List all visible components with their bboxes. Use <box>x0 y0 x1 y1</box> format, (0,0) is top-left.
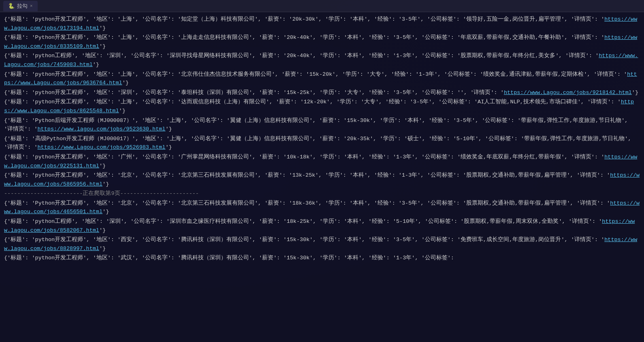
terminal-line: {'标题': 'python开发工程师', '地区': '上海', '公司名字'… <box>4 97 640 115</box>
job-link[interactable]: https://www.Lagou.com/jobs/8625548.html <box>4 99 634 114</box>
job-link[interactable]: https://www.lagou.com/jobs/9173194.html <box>4 16 637 31</box>
terminal-line: {'标题': 'python开发工程师', '地区': '武汉', '公司名字'… <box>4 253 640 263</box>
tab-icon: 🐍 <box>8 3 15 9</box>
job-link[interactable]: https://www.lagou.com/jobs/9225131.html <box>4 154 637 169</box>
job-link[interactable]: https://www.lagou.com/jobs/4656501.html <box>4 200 640 215</box>
terminal-line: {'标题': '高级Python开发工程师（MJ000017）', '地区': … <box>4 134 640 152</box>
job-link[interactable]: https://www.Lagou.com/jobs/9636764.html <box>4 71 637 86</box>
terminal-line: {'标题': 'python开发工程师', '地区': '上海', '公司名字'… <box>4 15 640 33</box>
terminal-line: {'标题': 'python工程师', '地区': '深圳', '公司名字': … <box>4 51 640 69</box>
terminal-line: {'标题': 'python开发工程师', '地区': '深圳', '公司名字'… <box>4 88 640 98</box>
job-link[interactable]: https://www.lagou.com/jobs/5865956.html <box>4 172 640 187</box>
terminal-line: {'标题': 'python开发工程师', '地区': '北京', '公司名字'… <box>4 171 640 189</box>
terminal-tab[interactable]: 🐍 拉勾 × <box>3 1 38 11</box>
terminal-line: {'标题': 'Python后端开发工程师（MJ000087）', '地区': … <box>4 116 640 134</box>
terminal-line: {'标题': 'python开发工程师', '地区': '西安', '公司名字'… <box>4 235 640 253</box>
job-link[interactable]: https://www.lagou.com/jobs/8582067.html <box>4 218 635 233</box>
terminal-line: ------------------------正在爬取第9页---------… <box>4 189 640 199</box>
job-link[interactable]: https://www.Lagou.com/jobs/9218142.html <box>504 90 632 96</box>
terminal-line: {'标题': 'python工程师', '地区': '深圳', '公司名字': … <box>4 217 640 235</box>
job-link[interactable]: https://www.lagou.com/jobs/8828997.html <box>4 237 637 252</box>
job-link[interactable]: https://www.lagou.com/jobs/8335109.html <box>4 34 637 49</box>
terminal-line: {'标题': 'Python开发工程师', '地区': '北京', '公司名字'… <box>4 199 640 217</box>
terminal-output: {'标题': 'python开发工程师', '地区': '上海', '公司名字'… <box>0 12 644 342</box>
job-link[interactable]: https://www.Lagou.com/jobs/9526983.html <box>38 144 166 150</box>
terminal-line: {'标题': 'python开发工程师', '地区': '上海', '公司名字'… <box>4 70 640 88</box>
tab-close-button[interactable]: × <box>30 4 33 9</box>
terminal-line: {'标题': 'Python开发工程师', '地区': '上海', '公司名字'… <box>4 33 640 51</box>
tab-label: 拉勾 <box>17 2 28 10</box>
job-link[interactable]: https://www.Lagou.com/jobs/7459083.html <box>4 53 638 68</box>
title-bar: 🐍 拉勾 × <box>0 0 644 12</box>
job-link[interactable]: https://www.lagou.com/jobs/9523630.html <box>38 126 166 132</box>
terminal-line: {'标题': 'python开发工程师', '地区': '广州', '公司名字'… <box>4 152 640 171</box>
